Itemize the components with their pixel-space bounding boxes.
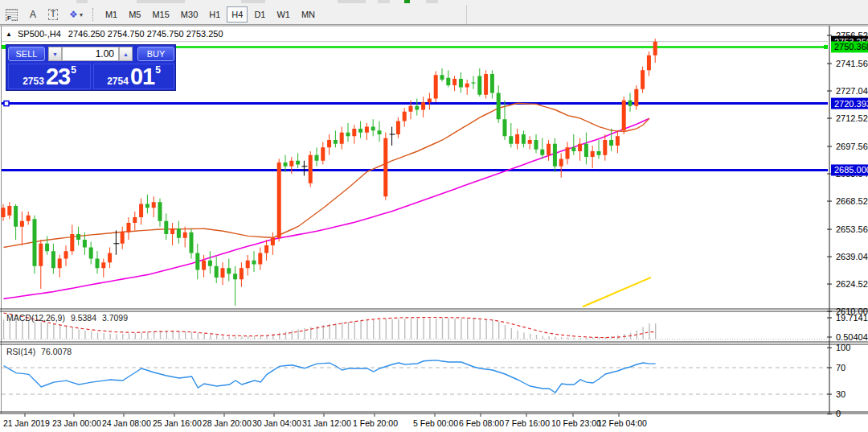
- volume-input[interactable]: 1.00: [62, 47, 119, 61]
- chevron-up-icon: ▲: [123, 51, 129, 57]
- sell-price-pip: 5: [71, 65, 76, 75]
- date-axis-label: 30 Jan 04:00: [252, 418, 301, 428]
- macd-indicator-label: MACD(12,26,9) 9.5384 3.7099: [6, 313, 128, 323]
- date-axis-label: 25 Jan 16:00: [153, 418, 202, 428]
- buy-price-big: 01: [130, 66, 154, 87]
- date-axis-label: 31 Jan 12:00: [302, 418, 351, 428]
- price-badge-label: 2720.393: [834, 99, 868, 109]
- volume-increase-button[interactable]: ▲: [119, 47, 133, 61]
- macd-name: MACD(12,26,9): [6, 313, 65, 323]
- sell-button[interactable]: SELL: [8, 47, 45, 61]
- price-axis-label: 2712.520: [836, 113, 868, 123]
- sell-price-big: 23: [46, 66, 70, 87]
- date-axis-label: 28 Jan 20:00: [203, 418, 252, 428]
- sell-price-stem: 2753: [23, 76, 44, 87]
- sell-price-display[interactable]: 2753 23 5: [8, 64, 91, 89]
- price-badge-label: 2750.368: [834, 42, 868, 51]
- date-axis-label: 24 Jan 08:00: [102, 418, 151, 428]
- buy-price-pip: 5: [155, 65, 161, 75]
- macd-value: 9.5384: [71, 313, 96, 323]
- rsi-name: RSI(14): [6, 347, 35, 356]
- ohlc-values: 2746.250 2754.750 2745.750 2753.250: [68, 29, 223, 39]
- line-endpoint-marker[interactable]: [824, 45, 828, 49]
- price-badge-label: 2685.000: [834, 165, 868, 175]
- macd-signal-value: 3.7099: [102, 313, 128, 323]
- chart-title: ▲ SP500-,H4 2746.250 2754.750 2745.750 2…: [6, 29, 223, 39]
- date-axis-label: 23 Jan 00:00: [52, 418, 101, 428]
- macd-axis-label: 19.7141: [836, 313, 868, 323]
- price-axis-label: 2639.040: [836, 252, 868, 261]
- rsi-axis-label: 30: [836, 389, 845, 399]
- rsi-axis-label: 100: [836, 343, 850, 352]
- date-axis-label: 10 Feb 23:00: [551, 418, 601, 428]
- macd-axis-label: 0.50404: [836, 332, 868, 342]
- date-axis-label: 1 Feb 20:00: [353, 418, 398, 428]
- date-axis-label: 5 Feb 00:00: [413, 418, 458, 428]
- collapse-triangle-icon: ▲: [6, 31, 12, 38]
- buy-price-display[interactable]: 2754 01 5: [93, 64, 174, 89]
- price-axis-label: 2653.560: [836, 224, 868, 234]
- symbol-name: SP500-,H4: [18, 29, 61, 39]
- price-axis-label: 2727.040: [836, 86, 868, 96]
- chevron-down-icon: ▼: [52, 51, 58, 57]
- volume-decrease-button[interactable]: ▼: [48, 47, 62, 61]
- rsi-indicator-label: RSI(14) 76.0078: [6, 347, 72, 356]
- rsi-value: 76.0078: [41, 347, 72, 356]
- date-axis-label: 21 Jan 2019: [3, 418, 50, 428]
- date-axis-label: 6 Feb 08:00: [459, 418, 504, 428]
- price-axis-label: 2697.560: [836, 142, 868, 151]
- price-axis-label: 2741.560: [836, 59, 868, 68]
- rsi-axis-label: 70: [836, 363, 845, 372]
- price-axis-label: 2668.520: [836, 196, 868, 206]
- buy-button[interactable]: BUY: [137, 47, 174, 61]
- date-axis-label: 12 Feb 04:00: [597, 418, 647, 428]
- line-selection-marker[interactable]: [4, 101, 9, 106]
- price-axis-label: 2624.520: [836, 279, 868, 289]
- one-click-trading-widget: SELL ▼ 1.00 ▲ BUY 2753 23 5 2754 01 5: [6, 44, 176, 91]
- rsi-axis-label: 0: [836, 409, 841, 418]
- date-axis-label: 7 Feb 16:00: [505, 418, 550, 428]
- buy-price-stem: 2754: [107, 76, 129, 87]
